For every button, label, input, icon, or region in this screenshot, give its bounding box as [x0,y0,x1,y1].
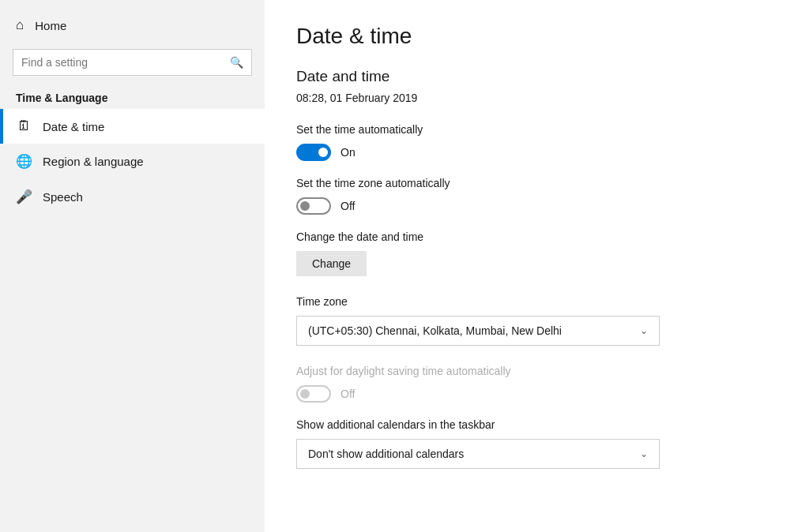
speech-icon: 🎤 [16,189,32,205]
search-box: 🔍 [13,49,252,76]
auto-timezone-toggle[interactable] [296,197,331,215]
additional-calendars-dropdown[interactable]: Don't show additional calendars ⌄ [296,439,660,469]
timezone-dropdown-wrapper: (UTC+05:30) Chennai, Kolkata, Mumbai, Ne… [296,316,777,346]
daylight-label: Adjust for daylight saving time automati… [296,365,777,377]
auto-timezone-state-label: Off [341,200,355,212]
sidebar-item-label-date-time: Date & time [43,120,104,133]
date-time-icon: 🗓 [16,118,32,134]
timezone-label: Time zone [296,295,777,308]
region-language-icon: 🌐 [16,153,32,170]
additional-calendars-chevron-icon: ⌄ [640,448,648,459]
change-date-button[interactable]: Change [296,251,367,276]
daylight-row: Off [296,385,777,403]
sidebar-section-label: Time & Language [0,85,265,109]
page-title: Date & time [296,24,777,49]
additional-calendars-label: Show additional calendars in the taskbar [296,418,777,431]
main-content: Date & time Date and time 08:28, 01 Febr… [265,0,809,532]
section-title: Date and time [296,68,777,85]
timezone-dropdown[interactable]: (UTC+05:30) Chennai, Kolkata, Mumbai, Ne… [296,316,660,346]
sidebar-item-label-region: Region & language [43,155,144,168]
search-input[interactable] [21,56,230,69]
current-datetime: 08:28, 01 February 2019 [296,92,777,104]
auto-time-track [296,144,331,161]
auto-timezone-thumb [300,201,310,211]
search-icon-button[interactable]: 🔍 [230,56,243,69]
home-icon: ⌂ [16,17,24,33]
auto-time-row: On [296,144,777,161]
additional-calendars-dropdown-wrapper: Don't show additional calendars ⌄ [296,439,777,469]
auto-time-state-label: On [341,146,356,159]
home-label: Home [35,19,66,32]
change-date-label: Change the date and time [296,230,777,243]
additional-calendars-value: Don't show additional calendars [308,448,640,460]
daylight-state-label: Off [341,388,355,400]
sidebar: ⌂ Home 🔍 Time & Language 🗓 Date & time 🌐… [0,0,265,532]
sidebar-item-region-language[interactable]: 🌐 Region & language [0,144,265,179]
auto-timezone-row: Off [296,197,777,215]
search-wrapper: 🔍 [0,43,265,85]
daylight-thumb [300,389,310,399]
timezone-value: (UTC+05:30) Chennai, Kolkata, Mumbai, Ne… [308,324,640,337]
auto-time-label: Set the time automatically [296,123,777,136]
sidebar-item-date-time[interactable]: 🗓 Date & time [0,109,265,144]
auto-timezone-label: Set the time zone automatically [296,177,777,189]
auto-time-thumb [318,148,328,157]
sidebar-item-speech[interactable]: 🎤 Speech [0,179,265,215]
auto-timezone-track [296,197,331,215]
timezone-chevron-icon: ⌄ [640,325,648,336]
auto-time-toggle[interactable] [296,144,331,161]
daylight-track [296,385,331,403]
sidebar-item-label-speech: Speech [43,190,83,204]
sidebar-home-button[interactable]: ⌂ Home [0,8,265,43]
daylight-toggle[interactable] [296,385,331,403]
